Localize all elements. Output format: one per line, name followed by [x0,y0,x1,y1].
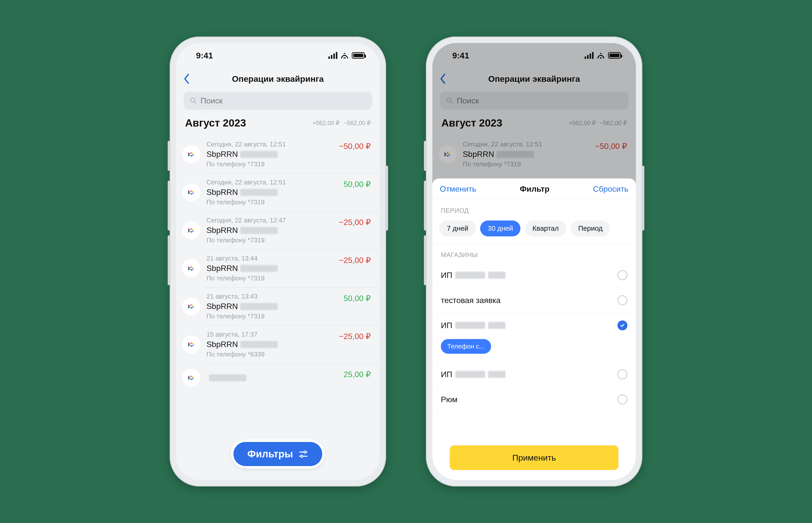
redacted [240,303,278,310]
redacted [240,341,278,348]
transaction-title: SbpRRN [206,340,238,349]
transaction-time: 21 августа, 13:44 [206,255,333,262]
transaction-row[interactable]: Сегодня, 22 августа, 12:51 SbpRRN По тел… [176,174,380,212]
transaction-row[interactable]: 21 августа, 13:44 SbpRRN По телефону *73… [176,250,380,288]
transaction-title: SbpRRN [206,302,238,311]
sbp-icon [182,145,201,164]
redacted [488,272,505,279]
transaction-sub: По телефону *6339 [206,350,333,358]
battery-icon [352,52,365,59]
apply-button[interactable]: Применить [450,446,619,470]
month-header: Август 2023 +562,00 ₽ −562,00 ₽ [176,114,380,136]
check-icon [618,320,627,330]
status-bar: 9:41 [176,43,380,68]
period-option[interactable]: 7 дней [439,220,476,236]
transaction-time: Сегодня, 22 августа, 12:51 [206,179,338,186]
radio-unchecked [618,395,627,404]
transaction-amount: 50,00 ₽ [344,179,371,189]
search-icon [190,97,197,104]
radio-unchecked [618,369,627,379]
shop-name: ИП [441,321,452,330]
svg-line-1 [194,102,196,104]
period-option[interactable]: Период [571,220,610,236]
transaction-time: Сегодня, 22 августа, 12:47 [206,217,333,224]
transaction-title: SbpRRN [206,264,238,273]
filter-title: Фильтр [520,184,549,194]
svg-point-5 [301,455,303,457]
screen-filter: 9:41 Операции эквайринга Август 2023 +56… [432,43,636,480]
shop-row[interactable]: ИП [432,263,636,288]
redacted [240,227,278,234]
month-sum-plus: +562,00 ₽ [312,120,340,127]
redacted [455,371,485,378]
redacted [488,322,505,329]
redacted [240,151,278,158]
sbp-icon [182,335,201,354]
transaction-sub: По телефону *7319 [206,198,338,206]
radio-unchecked [618,270,627,280]
shop-name: Рюм [441,395,457,404]
phone-filter: 9:41 Операции эквайринга Август 2023 +56… [426,37,642,486]
filters-fab-label: Фильтры [247,448,293,459]
filter-header: Отменить Фильтр Сбросить [432,179,636,200]
shops-section-label: МАГАЗИНЫ [432,244,636,263]
period-option[interactable]: Квартал [525,220,566,236]
redacted [455,272,485,279]
redacted [209,374,246,381]
transaction-amount: −25,00 ₽ [339,255,371,265]
transaction-row[interactable]: 25,00 ₽ [176,364,380,393]
filter-cancel[interactable]: Отменить [440,184,476,194]
screen-list: 9:41 Операции эквайринга Август 2023 +56… [176,43,380,480]
back-button[interactable] [183,73,191,84]
shop-name: тестовая заявка [441,296,501,305]
page-title: Операции эквайринга [232,74,324,84]
redacted [488,371,505,378]
search-input[interactable] [201,96,366,105]
filter-reset[interactable]: Сбросить [593,184,628,194]
period-section-label: ПЕРИОД [432,200,636,218]
redacted [455,322,485,329]
shop-name: ИП [441,271,452,280]
sbp-icon [182,183,201,202]
sbp-icon [182,368,201,387]
transaction-title: SbpRRN [206,188,238,197]
month-sum-minus: −562,00 ₽ [344,120,371,127]
transactions-list[interactable]: Сегодня, 22 августа, 12:51 SbpRRN По тел… [176,136,380,480]
wifi-icon [340,52,349,58]
sbp-icon [182,259,201,278]
filters-fab[interactable]: Фильтры [234,442,322,466]
transaction-amount: 25,00 ₽ [344,369,371,379]
transaction-time: Сегодня, 22 августа, 12:51 [206,141,333,148]
transaction-sub: По телефону *7319 [206,274,333,282]
month-label: Август 2023 [185,117,246,129]
navbar: Операции эквайринга [176,68,380,90]
shop-name: ИП [441,370,452,379]
shop-row[interactable]: ИП [432,362,636,387]
period-segmented: 7 дней30 днейКварталПериод [432,218,636,244]
period-option[interactable]: 30 дней [480,220,520,236]
shop-chip[interactable]: Телефон с... [441,339,491,354]
sliders-icon [298,449,309,459]
svg-point-3 [304,451,306,453]
transaction-time: 15 августа, 17:37 [206,330,333,338]
transaction-title: SbpRRN [206,226,238,235]
redacted [240,265,278,272]
transaction-amount: −25,00 ₽ [339,217,371,227]
transaction-amount: 50,00 ₽ [344,293,371,303]
shop-row[interactable]: ИП [432,313,636,338]
transaction-row[interactable]: 21 августа, 13:43 SbpRRN По телефону *73… [176,288,380,326]
transaction-row[interactable]: 15 августа, 17:37 SbpRRN По телефону *63… [176,326,380,364]
transaction-amount: −50,00 ₽ [339,141,371,151]
shop-row[interactable]: Рюм [432,387,636,412]
transaction-time: 21 августа, 13:43 [206,292,338,300]
transaction-sub: По телефону *7319 [206,160,333,168]
transaction-sub: По телефону *7319 [206,236,333,244]
sbp-icon [182,297,201,316]
filter-sheet: Отменить Фильтр Сбросить ПЕРИОД 7 дней30… [432,179,636,480]
transaction-row[interactable]: Сегодня, 22 августа, 12:51 SbpRRN По тел… [176,136,380,174]
transaction-amount: −25,00 ₽ [339,331,371,341]
transaction-row[interactable]: Сегодня, 22 августа, 12:47 SbpRRN По тел… [176,212,380,250]
shop-row[interactable]: тестовая заявка [432,288,636,313]
search-box[interactable] [184,92,372,110]
transaction-title: SbpRRN [206,150,238,159]
